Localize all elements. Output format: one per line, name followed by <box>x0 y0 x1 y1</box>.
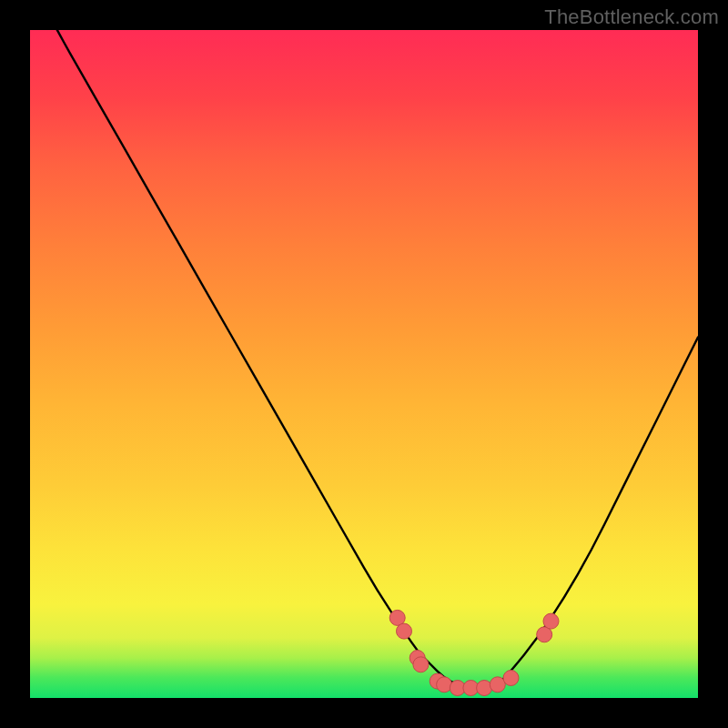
data-markers <box>389 610 559 695</box>
data-marker <box>503 671 519 686</box>
chart-svg <box>30 30 698 698</box>
watermark-text: TheBottleneck.com <box>544 5 719 29</box>
data-marker <box>477 681 492 696</box>
chart-stage: TheBottleneck.com <box>0 0 728 728</box>
plot-area <box>30 30 698 698</box>
data-marker <box>413 657 429 672</box>
data-marker <box>397 623 412 639</box>
data-marker <box>437 677 452 693</box>
bottleneck-curve <box>30 0 698 688</box>
data-marker <box>543 613 559 629</box>
